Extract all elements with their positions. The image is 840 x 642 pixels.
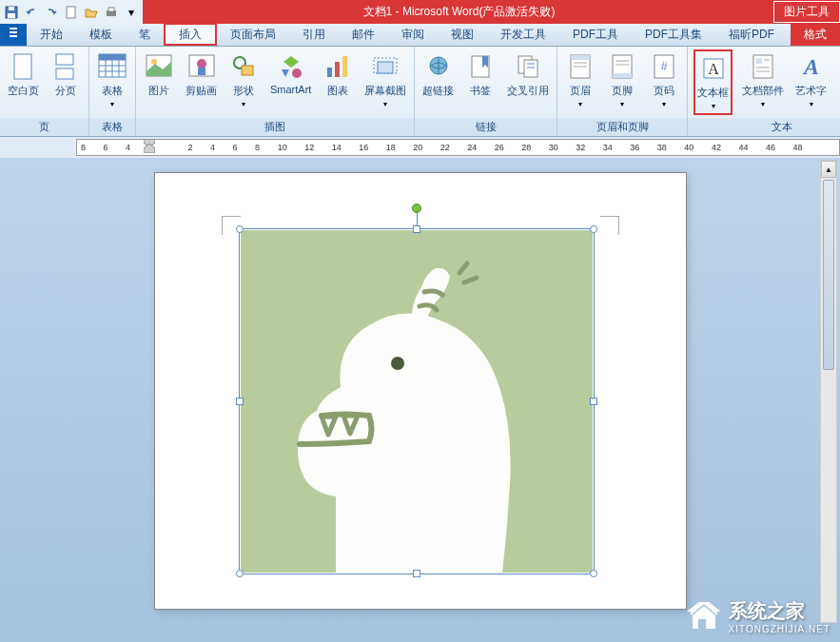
svg-rect-25 — [198, 68, 205, 75]
header-icon — [565, 51, 596, 82]
file-tab[interactable] — [0, 23, 27, 46]
indent-marker-icon[interactable] — [144, 139, 155, 153]
group-text: A 文本框 ▾ 文档部件 ▾ A 艺术字 ▾ 首字 文本 — [688, 47, 840, 136]
textbox-icon: A — [698, 53, 729, 84]
dropcap-button[interactable]: 首字 — [836, 49, 840, 115]
screenshot-icon — [370, 51, 400, 82]
footer-button[interactable]: 页脚 ▾ — [605, 49, 639, 115]
footer-icon — [607, 51, 637, 82]
tab-developer[interactable]: 开发工具 — [487, 23, 559, 46]
table-button[interactable]: 表格 ▾ — [95, 49, 129, 115]
ruler-mark: 34 — [603, 143, 613, 152]
tab-format[interactable]: 格式 — [791, 24, 840, 46]
ruler-mark: 16 — [359, 143, 368, 152]
tab-references[interactable]: 引用 — [289, 23, 339, 46]
ruler-mark: 2 — [188, 143, 193, 152]
ruler-mark: 32 — [576, 143, 585, 152]
quickparts-button[interactable]: 文档部件 ▾ — [740, 49, 786, 115]
table-icon — [97, 51, 127, 82]
page-break-button[interactable]: 分页 — [49, 49, 83, 115]
svg-rect-30 — [335, 62, 340, 77]
resize-handle-tr[interactable] — [590, 225, 597, 233]
shapes-button[interactable]: 形状 ▾ — [226, 49, 261, 115]
resize-handle-l[interactable] — [236, 398, 244, 405]
wordart-icon: A — [796, 51, 827, 82]
picture-button[interactable]: 图片 — [142, 49, 176, 115]
ruler-mark: 14 — [332, 143, 342, 152]
resize-handle-b[interactable] — [413, 570, 420, 577]
dropdown-icon: ▾ — [761, 100, 765, 108]
inserted-image[interactable] — [241, 230, 593, 573]
page[interactable] — [154, 172, 687, 610]
redo-icon[interactable] — [44, 5, 59, 20]
tab-view[interactable]: 视图 — [438, 23, 487, 46]
qat-dropdown-icon[interactable]: ▾ — [124, 5, 139, 20]
svg-rect-8 — [10, 31, 17, 33]
watermark: 系统之家 XITONGZHIJIA.NET — [687, 598, 831, 634]
tab-pen[interactable]: 笔 — [126, 23, 164, 46]
rotate-connector — [417, 213, 418, 226]
crossref-button[interactable]: 交叉引用 — [505, 49, 551, 115]
resize-handle-tl[interactable] — [236, 225, 244, 233]
tab-review[interactable]: 审阅 — [388, 23, 438, 46]
tab-home[interactable]: 开始 — [27, 23, 76, 46]
resize-handle-t[interactable] — [413, 225, 420, 233]
blank-page-button[interactable]: 空白页 — [6, 49, 41, 115]
new-icon[interactable] — [64, 5, 79, 20]
tab-foxit-pdf[interactable]: 福昕PDF — [715, 23, 788, 46]
svg-rect-2 — [9, 7, 14, 10]
resize-handle-bl[interactable] — [236, 570, 244, 577]
scroll-thumb[interactable] — [823, 180, 834, 370]
clipart-button[interactable]: 剪贴画 — [184, 49, 219, 115]
open-icon[interactable] — [84, 5, 99, 20]
document-area — [0, 158, 840, 610]
svg-rect-33 — [378, 62, 393, 73]
save-icon[interactable] — [4, 5, 19, 20]
house-icon — [687, 602, 721, 631]
svg-point-63 — [391, 357, 404, 370]
undo-icon[interactable] — [24, 5, 39, 20]
screenshot-button[interactable]: 屏幕截图 ▾ — [362, 49, 408, 115]
ruler-mark: 24 — [467, 143, 477, 152]
ruler-mark: 12 — [304, 143, 314, 152]
dino-illustration — [241, 230, 593, 573]
ruler-mark: 42 — [712, 143, 721, 152]
svg-rect-1 — [8, 13, 15, 18]
horizontal-ruler[interactable]: 8642246810121416182022242628303234363840… — [76, 139, 840, 156]
hyperlink-button[interactable]: 超链接 — [420, 49, 456, 115]
svg-rect-9 — [10, 35, 17, 37]
svg-point-28 — [292, 68, 302, 78]
header-button[interactable]: 页眉 ▾ — [563, 49, 597, 115]
quick-access-toolbar: ▾ — [0, 0, 143, 24]
tab-template[interactable]: 模板 — [76, 23, 126, 46]
group-illustrations: 图片 剪贴画 形状 ▾ SmartArt 图表 屏幕截图 — [136, 47, 415, 136]
rotate-handle[interactable] — [412, 204, 421, 213]
smartart-button[interactable]: SmartArt — [268, 49, 313, 115]
resize-handle-br[interactable] — [590, 570, 597, 577]
chart-button[interactable]: 图表 — [321, 49, 355, 115]
svg-rect-5 — [108, 8, 114, 11]
ruler-mark: 36 — [630, 143, 639, 152]
ribbon: 空白页 分页 页 表格 ▾ 表格 图片 剪贴 — [0, 47, 840, 137]
wordart-button[interactable]: A 艺术字 ▾ — [793, 49, 829, 115]
ruler-mark: 8 — [255, 143, 260, 152]
tab-mailings[interactable]: 邮件 — [339, 23, 388, 46]
page-number-icon: # — [649, 51, 679, 82]
dropdown-icon: ▾ — [712, 102, 715, 110]
page-number-button[interactable]: # 页码 ▾ — [647, 49, 681, 115]
bookmark-button[interactable]: 书签 — [463, 49, 498, 115]
bookmark-icon — [465, 51, 496, 82]
vertical-scrollbar[interactable]: ▲ — [820, 160, 837, 623]
svg-rect-41 — [571, 55, 590, 60]
textbox-button[interactable]: A 文本框 ▾ — [693, 49, 733, 115]
tab-insert[interactable]: 插入 — [164, 23, 217, 46]
tab-pdf-tools[interactable]: PDF工具 — [559, 23, 632, 46]
scroll-up-icon[interactable]: ▲ — [821, 161, 836, 178]
ruler-mark: 6 — [104, 143, 108, 152]
ruler-mark: 18 — [386, 143, 396, 152]
tab-pdf-toolset[interactable]: PDF工具集 — [632, 23, 715, 46]
tab-page-layout[interactable]: 页面布局 — [217, 23, 289, 46]
resize-handle-r[interactable] — [590, 398, 597, 405]
print-icon[interactable] — [104, 5, 119, 20]
dropdown-icon: ▾ — [620, 100, 624, 108]
